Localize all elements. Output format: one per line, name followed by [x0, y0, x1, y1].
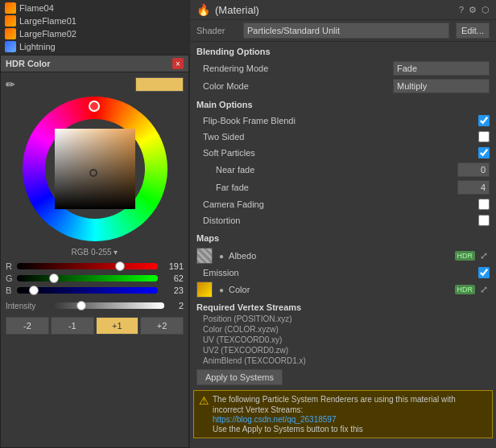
far-fade-input[interactable] [457, 180, 490, 195]
step-minus1-button[interactable]: -1 [51, 317, 94, 335]
soft-particles-label: Soft Particles [196, 148, 478, 158]
color-mode-label: Color Mode [196, 81, 393, 91]
asset-list: Flame04 LargeFlame01 LargeFlame02 Lightn… [0, 0, 189, 55]
color-thumbnail[interactable] [196, 282, 213, 298]
albedo-row: ● Albedo HDR ⤢ [190, 246, 496, 265]
soft-particles-row: Soft Particles [190, 145, 496, 161]
settings-icon[interactable]: ⚙ [469, 5, 477, 15]
b-label: B [6, 286, 14, 295]
emission-row: Emission [190, 265, 496, 280]
two-sided-row: Two Sided [190, 129, 496, 145]
eyedropper-button[interactable]: ✏ [6, 78, 15, 91]
b-value: 23 [161, 286, 184, 295]
question-icon[interactable]: ? [459, 5, 464, 14]
step-buttons: -2 -1 +1 +2 [6, 317, 184, 335]
asset-name-lightning: Lightning [19, 42, 56, 51]
asset-item-largeflame01[interactable]: LargeFlame01 [3, 14, 186, 27]
rendering-mode-select[interactable]: Fade [393, 61, 490, 76]
g-label: G [6, 273, 14, 283]
hdr-color-body: ✏ [1, 72, 188, 447]
vertex-stream-animblend: AnimBlend (TEXCOORD1.x) [190, 356, 496, 366]
color-mode-select[interactable]: Multiply [393, 79, 490, 93]
vertex-streams-header: Required Vertex Streams [190, 301, 496, 314]
emission-label: Emission [196, 268, 475, 277]
asset-item-flame04[interactable]: Flame04 [3, 2, 186, 14]
largeflame01-icon [5, 15, 16, 27]
camera-fading-checkbox[interactable] [478, 199, 490, 210]
color-hdr-badge: HDR [455, 285, 476, 294]
step-plus1-button[interactable]: +1 [96, 317, 139, 335]
vertex-stream-color: Color (COLOR.xyzw) [190, 324, 496, 335]
g-value: 62 [161, 273, 184, 283]
camera-fading-row: Camera Fading [190, 196, 496, 212]
distortion-label: Distortion [196, 216, 478, 225]
flame04-icon [5, 2, 16, 14]
asset-name-largeflame02: LargeFlame02 [19, 29, 76, 39]
g-slider-row: G 62 [6, 273, 184, 283]
apply-to-systems-button[interactable]: Apply to Systems [196, 369, 283, 385]
asset-name-flame04: Flame04 [19, 3, 54, 13]
intensity-label: Intensity [6, 302, 48, 310]
color-map-label: Color [229, 285, 451, 294]
lightning-icon [5, 41, 16, 52]
soft-particles-checkbox[interactable] [478, 147, 490, 158]
asset-item-lightning[interactable]: Lightning [3, 40, 186, 53]
warning-content: The following Particle System Renderers … [213, 394, 487, 434]
asset-name-largeflame01: LargeFlame01 [19, 16, 76, 26]
step-minus2-button[interactable]: -2 [6, 317, 49, 335]
saturation-box[interactable] [55, 129, 135, 209]
blending-options-header: Blending Options [190, 43, 496, 60]
color-mode-row: Color Mode Multiply [190, 77, 496, 95]
g-slider[interactable] [17, 275, 158, 282]
albedo-circle-icon: ● [219, 252, 224, 261]
camera-fading-label: Camera Fading [196, 199, 478, 209]
main-options-header: Main Options [190, 97, 496, 113]
intensity-row: Intensity 2 [6, 301, 184, 310]
step-plus2-button[interactable]: +2 [140, 317, 184, 335]
rgb-label[interactable]: RGB 0-255 ▾ [72, 248, 118, 257]
right-panel: 🔥 (Material) ? ⚙ ⬡ Shader Particles/Stan… [189, 0, 496, 448]
flipbook-label: Flip-Book Frame Blendi [196, 116, 478, 125]
left-panel: Flame04 LargeFlame01 LargeFlame02 Lightn… [0, 0, 189, 448]
asset-item-largeflame02[interactable]: LargeFlame02 [3, 27, 186, 40]
far-fade-label: Far fade [196, 183, 457, 192]
near-fade-label: Near fade [196, 165, 457, 175]
material-header: 🔥 (Material) ? ⚙ ⬡ [190, 0, 496, 20]
color-pick-button[interactable]: ⤢ [478, 284, 490, 295]
emission-checkbox[interactable] [478, 267, 490, 278]
r-value: 191 [161, 261, 184, 271]
warning-url: https://blog.csdn.net/qq_26318597 [213, 415, 487, 424]
distortion-checkbox[interactable] [478, 215, 490, 226]
r-slider[interactable] [17, 263, 158, 269]
vertex-stream-uv2: UV2 (TEXCOORD0.zw) [190, 345, 496, 356]
hdr-color-panel: HDR Color × ✏ [0, 55, 189, 448]
rendering-mode-label: Rendering Mode [196, 64, 393, 73]
warning-text: The following Particle System Renderers … [213, 394, 487, 415]
r-label: R [6, 261, 14, 271]
albedo-thumbnail[interactable] [196, 248, 213, 264]
near-fade-row: Near fade [190, 161, 496, 179]
b-slider[interactable] [17, 287, 158, 294]
edit-button[interactable]: Edit... [456, 23, 490, 39]
shader-label: Shader [196, 26, 237, 35]
material-title: (Material) [215, 4, 454, 16]
color-wheel-container[interactable] [23, 97, 167, 241]
albedo-pick-button[interactable]: ⤢ [478, 250, 490, 261]
hdr-color-title: HDR Color [6, 59, 51, 68]
near-fade-input[interactable] [457, 162, 490, 177]
intensity-value: 2 [167, 301, 184, 310]
distortion-row: Distortion [190, 212, 496, 228]
two-sided-checkbox[interactable] [478, 131, 490, 142]
color-preview[interactable] [135, 77, 184, 92]
close-button[interactable]: × [172, 58, 184, 69]
expand-icon[interactable]: ⬡ [482, 5, 490, 15]
albedo-hdr-badge: HDR [455, 251, 476, 261]
color-row: ● Color HDR ⤢ [190, 280, 496, 299]
albedo-label: Albedo [229, 251, 451, 261]
shader-select[interactable]: Particles/Standard Unlit [243, 23, 449, 39]
r-slider-row: R 191 [6, 261, 184, 271]
flipbook-checkbox[interactable] [478, 115, 490, 126]
intensity-slider[interactable] [51, 302, 164, 309]
vertex-stream-position: Position (POSITION.xyz) [190, 314, 496, 324]
rendering-mode-row: Rendering Mode Fade [190, 60, 496, 77]
